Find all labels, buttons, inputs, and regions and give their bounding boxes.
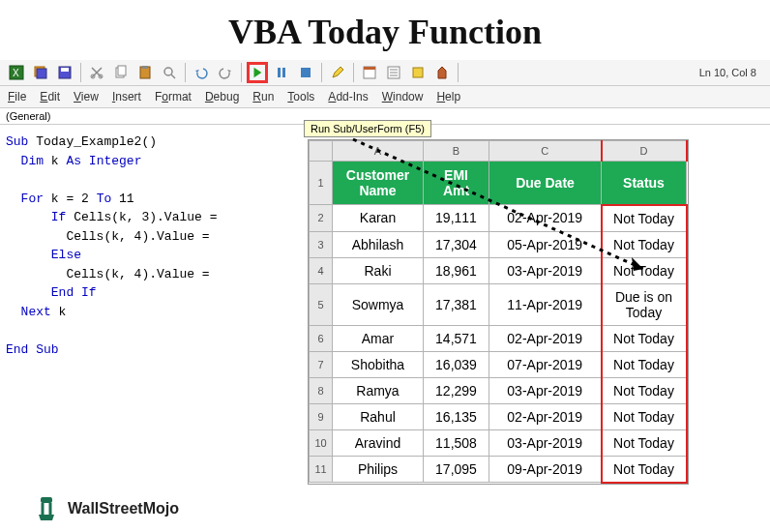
row-header[interactable]: 4: [310, 257, 333, 283]
menu-debug[interactable]: Debug: [205, 90, 239, 103]
stop-icon[interactable]: [295, 62, 316, 83]
data-cell[interactable]: Not Today: [602, 377, 687, 403]
svg-text:X: X: [13, 68, 19, 78]
svg-rect-11: [142, 66, 148, 69]
row-header[interactable]: 6: [310, 325, 333, 351]
data-cell[interactable]: 11,508: [424, 429, 489, 456]
save-all-icon[interactable]: [30, 62, 51, 83]
design-mode-icon[interactable]: [327, 62, 348, 83]
data-cell[interactable]: Not Today: [602, 205, 687, 232]
col-header[interactable]: B: [424, 141, 489, 162]
svg-rect-13: [278, 68, 281, 77]
data-cell[interactable]: Not Today: [602, 351, 687, 377]
menu-format[interactable]: Format: [155, 90, 192, 103]
row-header[interactable]: 3: [310, 231, 333, 257]
save-icon[interactable]: [54, 62, 75, 83]
data-cell[interactable]: Due is on Today: [602, 283, 687, 325]
data-cell[interactable]: 16,135: [424, 403, 489, 429]
svg-rect-20: [41, 497, 52, 503]
header-cell[interactable]: EMI Amt: [424, 162, 489, 205]
redo-icon[interactable]: [215, 62, 236, 83]
menu-view[interactable]: View: [74, 90, 99, 103]
data-cell[interactable]: 05-Apr-2019: [489, 231, 602, 257]
page-title: VBA Today Function: [0, 0, 770, 60]
data-cell[interactable]: Not Today: [602, 429, 687, 456]
data-cell[interactable]: 03-Apr-2019: [489, 429, 602, 456]
data-cell[interactable]: Rahul: [333, 403, 424, 429]
data-cell[interactable]: 07-Apr-2019: [489, 351, 602, 377]
code-editor[interactable]: Sub Today_Example2() Dim k As Integer Fo…: [0, 125, 310, 367]
header-cell[interactable]: Due Date: [489, 162, 602, 205]
data-cell[interactable]: 17,095: [424, 456, 489, 483]
data-cell[interactable]: Not Today: [602, 257, 687, 283]
menu-tools[interactable]: Tools: [287, 90, 314, 103]
watermark-logo: WallStreetMojo: [33, 495, 179, 522]
data-cell[interactable]: 12,299: [424, 377, 489, 403]
data-cell[interactable]: 03-Apr-2019: [489, 257, 602, 283]
corner-cell[interactable]: [310, 141, 333, 162]
menu-run[interactable]: Run: [252, 90, 274, 103]
row-header[interactable]: 1: [310, 162, 333, 205]
menubar: File Edit View Insert Format Debug Run T…: [0, 86, 770, 108]
svg-rect-3: [37, 69, 46, 78]
svg-rect-14: [282, 68, 285, 77]
data-cell[interactable]: 17,381: [424, 283, 489, 325]
menu-insert[interactable]: Insert: [112, 90, 141, 103]
menu-file[interactable]: File: [8, 90, 26, 103]
data-cell[interactable]: 02-Apr-2019: [489, 205, 602, 232]
data-cell[interactable]: Not Today: [602, 403, 687, 429]
menu-window[interactable]: Window: [382, 90, 424, 103]
paste-icon[interactable]: [134, 62, 156, 83]
data-cell[interactable]: Sowmya: [333, 283, 424, 325]
data-cell[interactable]: Amar: [333, 325, 424, 351]
data-cell[interactable]: 02-Apr-2019: [489, 403, 602, 429]
copy-icon[interactable]: [110, 62, 132, 83]
logo-text: WallStreetMojo: [68, 500, 179, 517]
row-header[interactable]: 9: [310, 403, 333, 429]
data-cell[interactable]: 18,961: [424, 257, 489, 283]
data-cell[interactable]: 03-Apr-2019: [489, 377, 602, 403]
object-browser-icon[interactable]: [407, 62, 429, 83]
excel-icon[interactable]: X: [6, 62, 27, 83]
data-cell[interactable]: Shobitha: [333, 351, 424, 377]
data-cell[interactable]: 09-Apr-2019: [489, 456, 602, 483]
data-cell[interactable]: Philips: [333, 456, 424, 483]
col-header[interactable]: A: [333, 141, 424, 162]
data-cell[interactable]: 02-Apr-2019: [489, 325, 602, 351]
svg-rect-19: [413, 68, 423, 77]
header-cell[interactable]: Customer Name: [333, 162, 424, 205]
data-cell[interactable]: 16,039: [424, 351, 489, 377]
properties-icon[interactable]: [383, 62, 404, 83]
data-cell[interactable]: Abhilash: [333, 231, 424, 257]
data-cell[interactable]: Aravind: [333, 429, 424, 456]
data-cell[interactable]: 14,571: [424, 325, 489, 351]
undo-icon[interactable]: [191, 62, 212, 83]
row-header[interactable]: 10: [310, 429, 333, 456]
data-cell[interactable]: Raki: [333, 257, 424, 283]
row-header[interactable]: 7: [310, 351, 333, 377]
row-header[interactable]: 8: [310, 377, 333, 403]
header-cell[interactable]: Status: [602, 162, 687, 205]
data-cell[interactable]: Karan: [333, 205, 424, 232]
row-header[interactable]: 11: [310, 456, 333, 483]
data-cell[interactable]: Ramya: [333, 377, 424, 403]
pause-icon[interactable]: [271, 62, 292, 83]
project-explorer-icon[interactable]: [359, 62, 380, 83]
find-icon[interactable]: [159, 62, 180, 83]
row-header[interactable]: 5: [310, 283, 333, 325]
data-cell[interactable]: Not Today: [602, 325, 687, 351]
cut-icon[interactable]: [86, 62, 107, 83]
col-header[interactable]: C: [489, 141, 602, 162]
run-button[interactable]: [247, 62, 268, 83]
data-cell[interactable]: 11-Apr-2019: [489, 283, 602, 325]
data-cell[interactable]: 17,304: [424, 231, 489, 257]
data-cell[interactable]: 19,111: [424, 205, 489, 232]
toolbox-icon[interactable]: [431, 62, 453, 83]
data-cell[interactable]: Not Today: [602, 456, 687, 483]
menu-addins[interactable]: Add-Ins: [328, 90, 368, 103]
row-header[interactable]: 2: [310, 205, 333, 232]
data-cell[interactable]: Not Today: [602, 231, 687, 257]
col-header[interactable]: D: [602, 141, 687, 162]
menu-help[interactable]: Help: [436, 90, 460, 103]
menu-edit[interactable]: Edit: [40, 90, 60, 103]
